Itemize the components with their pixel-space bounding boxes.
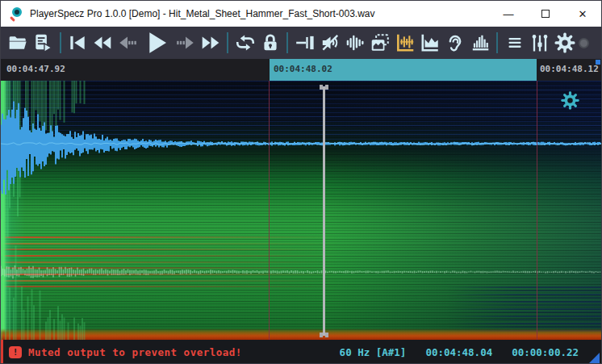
histogram-view-icon [469, 32, 491, 53]
maximize-icon [541, 10, 550, 18]
mute-button[interactable] [318, 29, 341, 56]
ruler-time-left: 00:04:47.92 [6, 64, 65, 74]
step-back-icon [116, 32, 139, 53]
warning-icon: ! [9, 346, 22, 358]
lock-button[interactable] [258, 29, 282, 56]
lock-icon [260, 32, 281, 53]
play-icon [143, 30, 170, 56]
listen-button[interactable] [443, 29, 466, 56]
playlist-button[interactable] [31, 29, 55, 56]
settings-button[interactable] [553, 29, 577, 56]
minimize-button[interactable]: — [490, 1, 527, 27]
go-to-end-button[interactable] [293, 29, 316, 56]
resize-grip[interactable] [589, 353, 600, 363]
menu-button[interactable] [503, 29, 526, 56]
status-bar: ! Muted output to prevent overload! 60 H… [1, 340, 601, 364]
menu-icon [505, 32, 525, 53]
spectrum-view-icon [419, 32, 441, 53]
toolbar-separator [227, 32, 228, 53]
playlist-icon [32, 32, 53, 53]
fast-forward-icon [199, 32, 222, 53]
close-icon: ✕ [579, 8, 587, 20]
skip-to-start-icon [67, 32, 88, 53]
toolbar [1, 27, 601, 59]
waveform-view-button[interactable] [343, 29, 366, 56]
layered-views-icon [369, 32, 391, 53]
toolbar-separator [286, 32, 288, 53]
cursor-time-readout: 00:04:48.04 [425, 346, 492, 358]
step-forward-icon [174, 32, 197, 53]
waveform-view-icon [344, 32, 366, 53]
wave-spectrum-view-icon [394, 32, 416, 53]
mixer-icon [529, 31, 551, 54]
window-title: PlayerSpecz Pro 1.0.0 [Demo] - Hit_Metal… [30, 8, 375, 19]
close-button[interactable]: ✕ [564, 1, 601, 27]
loop-icon [234, 32, 257, 53]
status-accent-bar [1, 340, 3, 364]
grid-line [269, 81, 270, 340]
mute-icon [319, 32, 341, 53]
skip-to-start-button[interactable] [66, 29, 90, 56]
status-indicator-button[interactable] [579, 29, 596, 56]
fast-forward-button[interactable] [199, 29, 222, 56]
view-settings-gear-icon[interactable] [559, 90, 581, 111]
ruler-corner-marker [596, 60, 600, 65]
open-folder-icon [7, 32, 28, 53]
mixer-button[interactable] [528, 29, 551, 56]
spectrogram-view[interactable] [1, 81, 601, 340]
histogram-view-button[interactable] [468, 29, 491, 56]
step-forward-button[interactable] [173, 29, 197, 56]
toolbar-separator [496, 32, 498, 53]
grid-line [537, 81, 537, 340]
ruler-time-selection: 00:04:48.02 [274, 64, 332, 74]
frequency-note-readout: 60 Hz [A#1] [340, 346, 407, 358]
step-back-button[interactable] [116, 29, 140, 56]
playhead-cursor[interactable] [322, 85, 325, 337]
status-indicator-icon [579, 38, 589, 48]
play-button[interactable] [141, 29, 173, 56]
rewind-button[interactable] [91, 29, 115, 56]
go-to-end-icon [294, 32, 316, 53]
ear-icon [445, 32, 466, 53]
gear-icon [553, 31, 577, 55]
app-logo-icon [10, 7, 23, 20]
rewind-icon [91, 32, 114, 53]
duration-readout: 00:00:00.22 [512, 346, 579, 358]
app-window: PlayerSpecz Pro 1.0.0 [Demo] - Hit_Metal… [0, 0, 602, 364]
toolbar-separator [60, 32, 61, 53]
spectrum-view-button[interactable] [418, 29, 441, 56]
maximize-button[interactable] [527, 1, 564, 27]
ruler-time-right: 00:04:48.12 [540, 64, 599, 74]
loop-button[interactable] [233, 29, 257, 56]
open-folder-button[interactable] [6, 29, 30, 56]
wave-spectrum-view-button[interactable] [393, 29, 416, 56]
title-bar: PlayerSpecz Pro 1.0.0 [Demo] - Hit_Metal… [1, 1, 601, 27]
layered-views-button[interactable] [368, 29, 391, 56]
status-message: Muted output to prevent overload! [28, 346, 242, 358]
minimize-icon: — [504, 8, 514, 20]
time-ruler[interactable]: 00:04:47.92 00:04:48.02 00:04:48.12 [1, 59, 601, 81]
waveform-overlay [1, 81, 601, 340]
